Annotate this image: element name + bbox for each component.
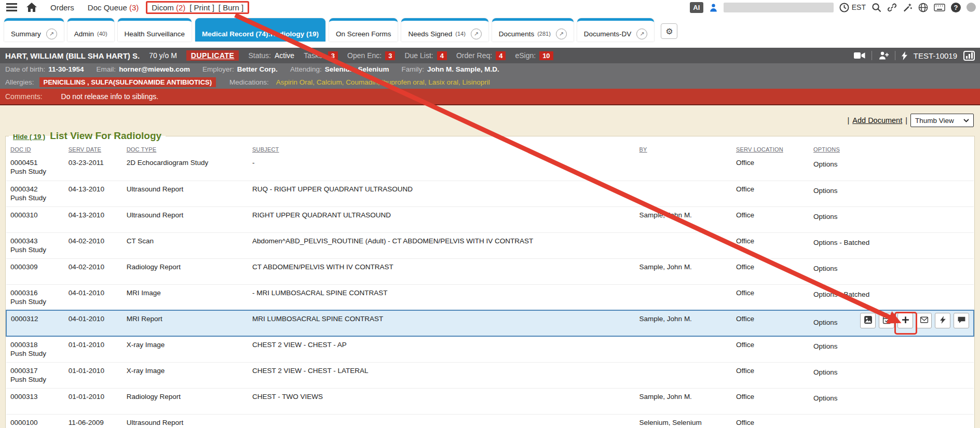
bolt-icon[interactable] [902, 51, 907, 60]
options-link[interactable]: Options - Batched [813, 290, 869, 299]
view-image-button[interactable] [860, 313, 876, 328]
link-icon[interactable] [887, 3, 897, 12]
table-row[interactable]: 0000343Push Study04-02-2010CT ScanAbdome… [6, 232, 974, 258]
stat-count-badge[interactable]: 3 [385, 51, 395, 60]
tab-admin[interactable]: Admin(40) [67, 18, 114, 42]
cell-by: Selenium, Selenium [635, 414, 732, 428]
column-header-options[interactable]: OPTIONS [809, 142, 974, 155]
comment-button[interactable] [954, 313, 969, 328]
search-icon[interactable] [872, 3, 881, 12]
external-link-icon[interactable]: ↗ [471, 29, 482, 39]
dicom-count: (2) [176, 3, 185, 12]
table-row[interactable]: 0000318Push Study01-01-2010X-ray ImageCH… [6, 336, 974, 362]
column-header-serv-location[interactable]: SERV LOCATION [732, 142, 809, 155]
stat-label: eSign: [515, 51, 536, 60]
nav-burn[interactable]: [ Burn ] [219, 3, 243, 12]
calendar-button[interactable] [879, 313, 894, 328]
options-link[interactable]: Options [813, 318, 838, 327]
clock-icon[interactable] [839, 3, 849, 12]
options-link[interactable]: Options [813, 264, 838, 273]
table-row[interactable]: 000010011-06-2009Ultrasound ReportSeleni… [6, 414, 974, 428]
medications-list[interactable]: Aspirin Oral, Calcium, Coumadin, ibuprof… [276, 78, 490, 86]
table-row[interactable]: 0000317Push Study01-01-2010X-ray ImageCH… [6, 362, 974, 388]
external-link-icon[interactable]: ↗ [46, 29, 57, 39]
table-row[interactable]: 000031301-01-2010Radiology ReportCHEST -… [6, 388, 974, 414]
options-link[interactable]: Options - Batched [813, 238, 869, 247]
table-row[interactable]: 000030904-02-2010Radiology ReportCT ABDO… [6, 258, 974, 284]
tab-on-screen-forms[interactable]: On Screen Forms [329, 18, 398, 42]
doc-id: 0000317 [10, 366, 60, 375]
help-icon[interactable]: ? [951, 3, 961, 12]
column-header-doc-type[interactable]: DOC TYPE [122, 142, 248, 155]
table-row[interactable]: 000031004-13-2010Ultrasound ReportRIGHT … [6, 206, 974, 232]
add-person-icon[interactable] [878, 51, 889, 60]
external-link-icon[interactable]: ↗ [556, 29, 567, 39]
add-document-link[interactable]: Add Document [852, 116, 902, 125]
hide-list-link[interactable]: Hide ( 19 ) [13, 133, 45, 141]
table-row[interactable]: 0000342Push Study04-13-2010Ultrasound Re… [6, 181, 974, 206]
envelope-button[interactable] [916, 313, 932, 328]
divider [895, 51, 895, 60]
options-link[interactable]: Options [813, 160, 838, 169]
wand-icon[interactable] [903, 3, 913, 12]
stat-count-badge[interactable]: 3 [328, 51, 338, 60]
table-row[interactable]: 0000451Push Study03-23-20112D Echocardio… [6, 155, 974, 181]
tab-health-surveillance[interactable]: Health Surveillance [118, 18, 192, 42]
tab-medical-record-74-radiology-19[interactable]: Medical Record (74):Radiology (19) [195, 18, 325, 42]
options-link[interactable]: Options [813, 368, 838, 377]
add-button[interactable] [897, 313, 913, 328]
cell-subject: RUQ - RIGHT UPPER QUADRANT ULTRASOUND [248, 181, 635, 206]
cell-serv-location: Office [732, 181, 809, 206]
tab-summary[interactable]: Summary↗ [4, 18, 64, 42]
table-row[interactable]: 000031204-01-2010MRI ReportMRI LUMBOSACR… [6, 310, 974, 336]
options-wrap: Options [813, 342, 970, 351]
cell-options: Options [809, 310, 974, 336]
stat-count-badge[interactable]: 10 [539, 51, 553, 60]
allergies-badge[interactable]: PENICILLINS , SULFA(SULFONAMIDE ANTIBIOT… [39, 77, 216, 87]
patient-dob: 11-30-1954 [48, 65, 84, 73]
column-header-subject[interactable]: SUBJECT [248, 142, 635, 155]
duplicate-badge[interactable]: DUPLICATE [186, 50, 239, 61]
options-link[interactable]: Options [813, 212, 838, 221]
nav-print[interactable]: [ Print ] [189, 3, 214, 12]
tab-documents-dv[interactable]: Documents-DV↗ [577, 18, 655, 42]
timezone-label: EST [852, 3, 866, 11]
tab-documents[interactable]: Documents(281)↗ [492, 18, 574, 42]
cell-doc-id: 0000342Push Study [6, 181, 64, 206]
user-icon[interactable] [709, 3, 718, 12]
stat-count-badge[interactable]: 4 [496, 51, 506, 60]
thumb-view-select[interactable]: Thumb View [910, 114, 974, 127]
stat-label: Order Req: [456, 51, 492, 60]
cell-options: Options [809, 336, 974, 362]
cell-doc-type: CT Scan [122, 232, 248, 258]
external-link-icon[interactable]: ↗ [636, 29, 647, 39]
redacted-user-name[interactable] [724, 3, 834, 12]
radiology-document-table: DOC IDSERV DATEDOC TYPESUBJECTBYSERV LOC… [6, 142, 974, 428]
column-header-serv-date[interactable]: SERV DATE [64, 142, 122, 155]
globe-icon[interactable] [918, 3, 928, 12]
options-wrap: Options [813, 368, 970, 377]
ai-badge[interactable]: AI [690, 2, 703, 13]
doc-push-study: Push Study [10, 349, 60, 358]
bar-chart-icon[interactable] [963, 51, 975, 61]
nav-dicom[interactable]: Dicom (2) [152, 3, 185, 12]
options-wrap: Options [813, 264, 970, 273]
bolt-button[interactable] [935, 313, 950, 328]
nav-orders[interactable]: Orders [50, 3, 74, 12]
keyboard-icon[interactable] [934, 4, 945, 11]
nav-doc-queue[interactable]: Doc Queue (3) [88, 3, 139, 12]
tab-needs-signed[interactable]: Needs Signed(14)↗ [401, 18, 488, 42]
options-link[interactable]: Options [813, 342, 838, 351]
home-icon[interactable] [26, 3, 37, 12]
options-link[interactable]: Options [813, 186, 838, 195]
hamburger-menu-icon[interactable] [6, 3, 17, 11]
column-header-by[interactable]: BY [635, 142, 732, 155]
column-header-doc-id[interactable]: DOC ID [6, 142, 64, 155]
table-row[interactable]: 0000316Push Study04-01-2010MRI Image- MR… [6, 284, 974, 310]
tab-settings-gear-button[interactable]: ⚙ [661, 23, 677, 39]
stat-count-badge[interactable]: 4 [437, 51, 447, 60]
doc-id: 0000312 [11, 314, 60, 323]
patient-name: HART, WILLIAM (BILL SHA HART) S. [5, 51, 140, 60]
options-link[interactable]: Options [813, 394, 838, 403]
video-camera-icon[interactable] [854, 52, 865, 59]
